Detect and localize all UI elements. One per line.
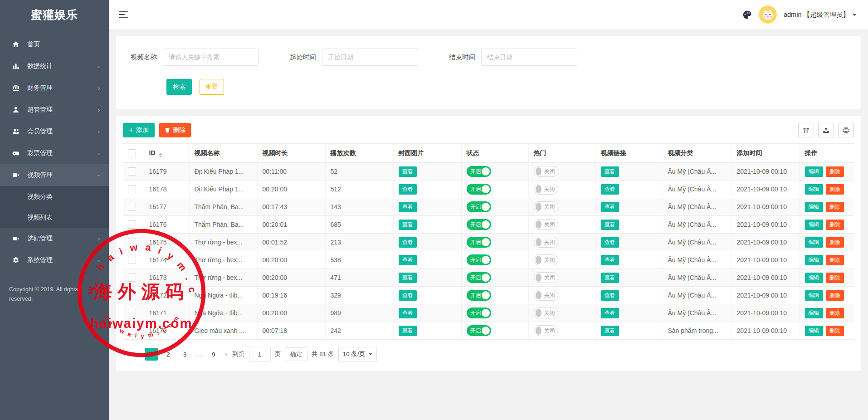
status-toggle[interactable]: 开启 [467,237,491,248]
hot-toggle[interactable]: 关闭 [534,237,558,248]
sidebar-item[interactable]: 视频管理› [0,164,109,186]
page-button[interactable]: 1 [145,348,158,361]
sidebar-item[interactable]: 数据统计› [0,55,109,77]
sidebar-item[interactable]: 财务管理› [0,77,109,99]
export-icon[interactable] [818,123,834,137]
hot-toggle[interactable]: 关闭 [534,254,558,265]
hot-toggle[interactable]: 关闭 [534,272,558,283]
start-date-input[interactable] [322,49,418,66]
reset-button[interactable]: 重置 [200,79,224,95]
status-toggle[interactable]: 开启 [467,272,491,283]
hot-toggle[interactable]: 关闭 [534,325,558,336]
sidebar-item[interactable]: 首页 [0,34,109,55]
edit-button[interactable]: 编辑 [805,273,823,283]
sidebar-subitem[interactable]: 视频分类 [0,186,109,207]
delete-button[interactable]: 删除 [826,184,844,195]
hot-toggle[interactable]: 关闭 [534,184,558,195]
delete-button[interactable]: 删除 [826,290,844,301]
print-icon[interactable] [838,123,854,137]
filter-columns-icon[interactable] [798,123,814,137]
edit-button[interactable]: 编辑 [805,220,823,230]
delete-button[interactable]: 删除 [826,202,844,212]
user-avatar[interactable] [759,5,777,24]
cover-view-button[interactable]: 查看 [399,308,417,318]
cover-view-button[interactable]: 查看 [399,290,417,301]
edit-button[interactable]: 编辑 [805,184,823,195]
row-checkbox[interactable] [128,167,136,176]
page-size-select[interactable]: 10 条/页 [338,347,377,361]
cover-view-button[interactable]: 查看 [399,326,417,336]
row-checkbox[interactable] [128,185,136,193]
cover-view-button[interactable]: 查看 [399,184,417,195]
hot-toggle[interactable]: 关闭 [534,219,558,230]
edit-button[interactable]: 编辑 [805,290,823,301]
end-date-input[interactable] [481,49,577,66]
link-view-button[interactable]: 查看 [601,273,619,283]
sidebar-subitem[interactable]: 视频列表 [0,207,109,228]
row-checkbox[interactable] [128,203,136,211]
sidebar-item[interactable]: 系统管理› [0,249,109,271]
delete-button[interactable]: 删除 [826,326,844,336]
sidebar-item[interactable]: 选妃管理› [0,228,109,249]
sidebar-item[interactable]: 超管管理› [0,99,109,121]
status-toggle[interactable]: 开启 [467,166,491,177]
row-checkbox[interactable] [128,238,136,246]
row-checkbox[interactable] [128,309,136,317]
row-checkbox[interactable] [128,256,136,264]
edit-button[interactable]: 编辑 [805,308,823,318]
user-menu[interactable]: admin 【超级管理员】 [784,10,856,19]
link-view-button[interactable]: 查看 [601,290,619,301]
status-toggle[interactable]: 开启 [467,254,491,265]
row-checkbox[interactable] [128,327,136,335]
hamburger-menu-icon[interactable] [119,10,128,20]
prev-page-button[interactable]: ‹ [137,350,141,359]
delete-button[interactable]: 删除 [826,308,844,318]
status-toggle[interactable]: 开启 [467,325,491,336]
cover-view-button[interactable]: 查看 [399,273,417,283]
page-button[interactable]: 9 [207,348,220,361]
sidebar-item[interactable]: 会员管理› [0,121,109,142]
hot-toggle[interactable]: 关闭 [534,201,558,212]
link-view-button[interactable]: 查看 [601,202,619,212]
edit-button[interactable]: 编辑 [805,255,823,265]
page-button[interactable]: 3 [179,348,191,361]
goto-confirm-button[interactable]: 确定 [285,347,307,361]
status-toggle[interactable]: 开启 [467,219,491,230]
edit-button[interactable]: 编辑 [805,202,823,212]
video-name-input[interactable] [163,49,259,66]
next-page-button[interactable]: › [224,350,229,359]
link-view-button[interactable]: 查看 [601,237,619,248]
hot-toggle[interactable]: 关闭 [534,308,558,318]
delete-button[interactable]: 删除 [826,220,844,230]
link-view-button[interactable]: 查看 [601,220,619,230]
theme-palette-icon[interactable] [742,10,752,20]
link-view-button[interactable]: 查看 [601,184,619,195]
edit-button[interactable]: 编辑 [805,166,823,177]
link-view-button[interactable]: 查看 [601,326,619,336]
edit-button[interactable]: 编辑 [805,237,823,248]
cover-view-button[interactable]: 查看 [399,237,417,248]
status-toggle[interactable]: 开启 [467,290,491,301]
delete-button[interactable]: 删除 [826,237,844,248]
bulk-delete-button[interactable]: 删除 [159,123,191,137]
status-toggle[interactable]: 开启 [467,308,491,318]
delete-button[interactable]: 删除 [826,166,844,177]
delete-button[interactable]: 删除 [826,255,844,265]
search-button[interactable]: 检索 [166,79,192,95]
page-button[interactable]: 2 [162,348,175,361]
sort-icon[interactable] [159,153,162,157]
cover-view-button[interactable]: 查看 [399,255,417,265]
goto-page-input[interactable] [249,347,271,361]
cover-view-button[interactable]: 查看 [399,202,417,212]
row-checkbox[interactable] [128,291,136,299]
row-checkbox[interactable] [128,273,136,282]
edit-button[interactable]: 编辑 [805,326,823,336]
add-button[interactable]: + 添加 [123,123,155,137]
sidebar-item[interactable]: 彩票管理› [0,142,109,164]
row-checkbox[interactable] [128,220,136,229]
hot-toggle[interactable]: 关闭 [534,166,558,177]
link-view-button[interactable]: 查看 [601,166,619,177]
link-view-button[interactable]: 查看 [601,255,619,265]
cover-view-button[interactable]: 查看 [399,220,417,230]
hot-toggle[interactable]: 关闭 [534,290,558,301]
